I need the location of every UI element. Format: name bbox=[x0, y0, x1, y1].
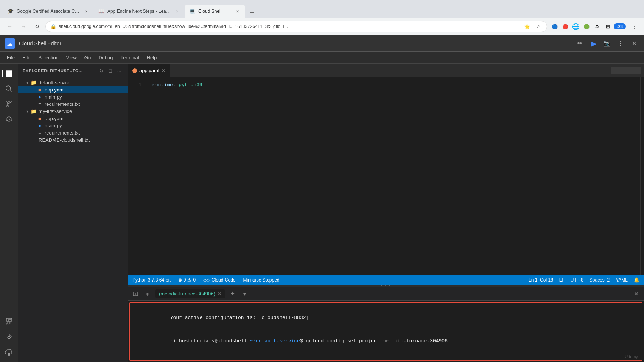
tab-1-favicon: 🎓 bbox=[8, 8, 14, 14]
tab-2[interactable]: 📖 App Engine Next Steps - Lear... ✕ bbox=[94, 5, 185, 18]
code-content[interactable]: runtime: python39 bbox=[146, 77, 640, 275]
menu-go[interactable]: Go bbox=[81, 53, 95, 62]
file-first-appyaml-icon: ■ bbox=[36, 116, 43, 121]
status-bell[interactable]: 🔔 bbox=[632, 277, 641, 283]
ext-icon-4[interactable]: 🟢 bbox=[582, 22, 591, 31]
terminal-dropdown-button[interactable]: ▾ bbox=[240, 289, 249, 299]
status-encoding[interactable]: UTF-8 bbox=[569, 277, 585, 283]
menu-selection[interactable]: Selection bbox=[34, 53, 62, 62]
folder-myfirstservice[interactable]: ▾ 📁 my-first-service bbox=[18, 108, 128, 115]
file-default-requirementstxt[interactable]: ≡ requirements.txt bbox=[18, 101, 128, 108]
folder-myfirstservice-name: my-first-service bbox=[39, 108, 126, 114]
tab-bar: 🎓 Google Certified Associate Clo... ✕ 📖 … bbox=[0, 0, 644, 18]
ext-icon-2[interactable]: 🔴 bbox=[561, 22, 570, 31]
header-actions: ✏ ▶ 📷 ⋮ ✕ bbox=[574, 38, 639, 49]
menu-view[interactable]: View bbox=[62, 53, 81, 62]
menu-edit[interactable]: Edit bbox=[19, 53, 34, 62]
sidebar-refresh[interactable]: ↻ bbox=[97, 67, 105, 74]
menu-file[interactable]: File bbox=[3, 53, 19, 62]
main-content: API EXPLORER: RITHUSTUTO... bbox=[0, 64, 644, 362]
close-icon[interactable]: ✕ bbox=[629, 38, 639, 49]
activity-bar: API bbox=[0, 64, 18, 362]
file-default-mainpy[interactable]: ● main.py bbox=[18, 93, 128, 101]
app-header: ☁ Cloud Shell Editor ✏ ▶ 📷 ⋮ ✕ bbox=[0, 35, 644, 52]
menu-help[interactable]: Help bbox=[143, 53, 161, 62]
status-errors-count: 0 bbox=[184, 277, 186, 283]
tab-3[interactable]: 💻 Cloud Shell ✕ bbox=[185, 5, 245, 18]
file-first-mainpy[interactable]: ● main.py bbox=[18, 122, 128, 129]
status-spaces[interactable]: Spaces: 2 bbox=[588, 277, 611, 283]
reload-button[interactable]: ↻ bbox=[32, 21, 42, 32]
forward-button[interactable]: → bbox=[18, 21, 29, 32]
activity-api[interactable]: API bbox=[2, 312, 16, 329]
file-first-requirementstxt-name: requirements.txt bbox=[45, 130, 126, 136]
file-default-requirementstxt-icon: ≡ bbox=[36, 101, 43, 107]
tab-1[interactable]: 🎓 Google Certified Associate Clo... ✕ bbox=[3, 5, 94, 18]
status-warnings-count: 0 bbox=[193, 277, 196, 283]
status-filetype[interactable]: YAML bbox=[614, 277, 629, 283]
terminal-project-name: (melodic-furnace-304906) bbox=[159, 291, 215, 297]
file-first-requirementstxt[interactable]: ≡ requirements.txt bbox=[18, 129, 128, 136]
terminal-tab-main[interactable]: (melodic-furnace-304906) ✕ bbox=[155, 289, 225, 298]
status-errors[interactable]: ⊗ 0 ⚠ 0 bbox=[177, 277, 197, 283]
activity-deploy[interactable] bbox=[2, 331, 16, 344]
file-default-appyaml[interactable]: ■ app.yaml bbox=[18, 86, 128, 93]
tab-1-close[interactable]: ✕ bbox=[83, 8, 89, 14]
activity-debug[interactable] bbox=[2, 112, 16, 126]
status-python[interactable]: Python 3.7.3 64-bit bbox=[131, 277, 172, 283]
ext-icon-1[interactable]: 🔵 bbox=[550, 22, 559, 31]
back-button[interactable]: ← bbox=[5, 21, 15, 32]
status-filetype-label: YAML bbox=[616, 277, 628, 283]
terminal-content[interactable]: Your active configuration is: [cloudshel… bbox=[129, 302, 642, 361]
editor-tab-appyaml[interactable]: app.yaml ✕ bbox=[128, 64, 170, 77]
terminal-close-button[interactable]: ✕ bbox=[632, 289, 641, 299]
file-first-appyaml-name: app.yaml bbox=[45, 116, 126, 121]
svg-text:☁: ☁ bbox=[7, 40, 13, 47]
folder-default-service[interactable]: ▾ 📁 default-service bbox=[18, 79, 128, 86]
app-logo: ☁ bbox=[5, 38, 15, 49]
menu-terminal[interactable]: Terminal bbox=[117, 53, 143, 62]
activity-search[interactable] bbox=[2, 82, 16, 96]
screenshot-icon[interactable]: 📷 bbox=[602, 38, 612, 49]
editor-scrollbar[interactable] bbox=[640, 77, 644, 275]
edit-icon[interactable]: ✏ bbox=[574, 38, 585, 49]
timer-badge: -28 bbox=[614, 23, 626, 29]
play-icon[interactable]: ▶ bbox=[588, 38, 599, 49]
status-lf[interactable]: LF bbox=[558, 277, 566, 283]
menu-debug[interactable]: Debug bbox=[95, 53, 117, 62]
activity-cloud[interactable] bbox=[2, 346, 16, 359]
file-first-requirementstxt-icon: ≡ bbox=[36, 130, 43, 136]
editor-tab-actions bbox=[611, 67, 644, 74]
address-bar-row: ← → ↻ 🔒 shell.cloud.google.com/?hl=en_US… bbox=[0, 18, 644, 35]
new-tab-button[interactable]: + bbox=[247, 8, 257, 18]
folder-default-service-arrow: ▾ bbox=[24, 80, 30, 85]
ext-icon-6[interactable]: ⊞ bbox=[603, 22, 612, 31]
terminal-new-tab-icon[interactable] bbox=[131, 289, 140, 299]
file-readme[interactable]: ≡ README-cloudshell.txt bbox=[18, 136, 128, 144]
ext-icon-3[interactable]: 🌐 bbox=[571, 22, 580, 31]
editor-tab-appyaml-close[interactable]: ✕ bbox=[162, 68, 165, 73]
terminal-tab-close[interactable]: ✕ bbox=[218, 291, 221, 297]
bookmark-icon[interactable]: ⭐ bbox=[523, 22, 532, 31]
extension-icons: 🔵 🔴 🌐 🟢 ⚙ ⊞ -28 bbox=[550, 22, 626, 31]
open-in-new-icon[interactable]: ↗ bbox=[533, 22, 542, 31]
status-minikube[interactable]: Minikube Stopped bbox=[241, 277, 281, 283]
status-cloudcode[interactable]: ◇◇ Cloud Code bbox=[202, 277, 237, 283]
sidebar-more[interactable]: ··· bbox=[115, 67, 123, 74]
tab-3-close[interactable]: ✕ bbox=[235, 8, 241, 14]
svg-point-9 bbox=[8, 336, 10, 339]
activity-explorer[interactable] bbox=[2, 67, 16, 80]
minimap-toggle[interactable] bbox=[611, 67, 641, 74]
sidebar-copy[interactable]: ⊞ bbox=[106, 67, 114, 74]
address-bar[interactable]: 🔒 shell.cloud.google.com/?hl=en_US&fromc… bbox=[45, 21, 547, 32]
more-icon[interactable]: ⋮ bbox=[615, 38, 626, 49]
file-first-appyaml[interactable]: ■ app.yaml bbox=[18, 115, 128, 122]
file-default-appyaml-name: app.yaml bbox=[45, 87, 126, 93]
status-position[interactable]: Ln 1, Col 18 bbox=[527, 277, 555, 283]
ext-icon-5[interactable]: ⚙ bbox=[593, 22, 602, 31]
menu-button[interactable]: ⋮ bbox=[629, 21, 639, 32]
terminal-add-button[interactable]: + bbox=[228, 289, 237, 299]
terminal-settings-icon[interactable] bbox=[143, 289, 152, 299]
activity-git[interactable] bbox=[2, 97, 16, 111]
tab-2-close[interactable]: ✕ bbox=[174, 8, 180, 14]
